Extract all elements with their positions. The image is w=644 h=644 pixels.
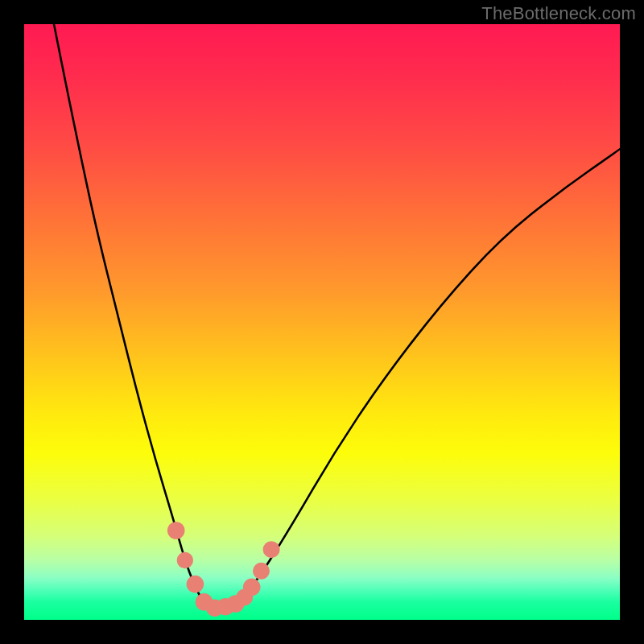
curve-line (54, 24, 620, 607)
data-markers (167, 522, 280, 617)
data-marker (187, 576, 204, 593)
plot-area (24, 24, 620, 620)
data-marker (243, 579, 261, 597)
data-marker (167, 522, 185, 539)
chart-frame: TheBottleneck.com (0, 0, 644, 644)
watermark-text: TheBottleneck.com (481, 3, 636, 24)
chart-svg (24, 24, 620, 620)
data-marker (263, 541, 280, 558)
data-marker (177, 552, 193, 568)
bottleneck-curve-path (54, 24, 620, 607)
data-marker (253, 563, 270, 580)
